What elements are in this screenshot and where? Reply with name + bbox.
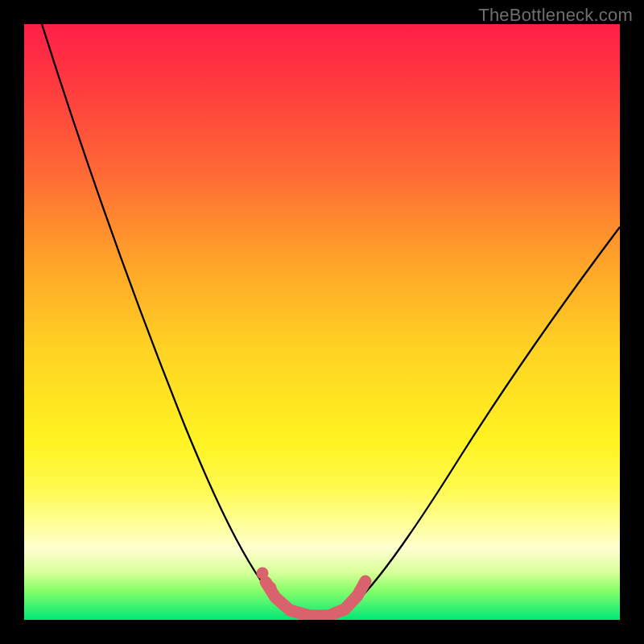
watermark-text: TheBottleneck.com [478, 5, 633, 26]
optimal-region-markers [266, 581, 365, 616]
bottleneck-curve [42, 24, 620, 618]
optimal-marker-dot [257, 568, 269, 580]
chart-frame: TheBottleneck.com [0, 0, 644, 644]
plot-area [24, 24, 620, 620]
curve-layer [24, 24, 620, 620]
optimal-marker-dot [265, 582, 277, 594]
